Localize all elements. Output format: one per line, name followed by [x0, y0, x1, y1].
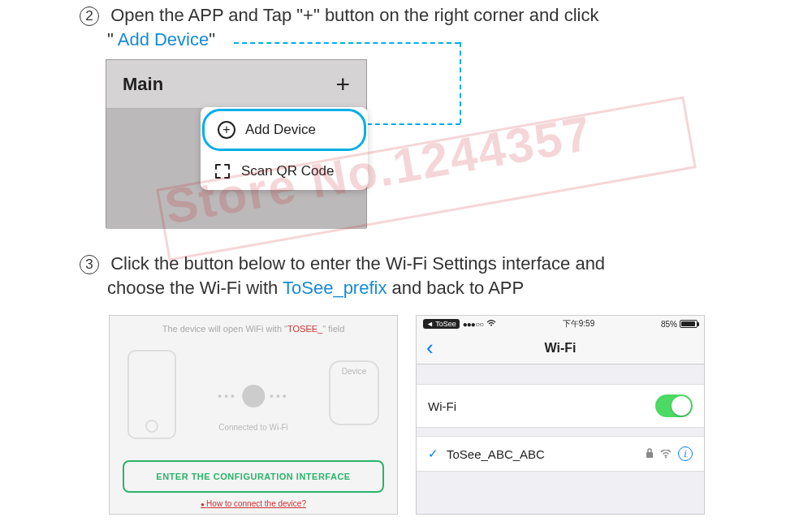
step3-line1: 3 Click the button below to enter the Wi… — [80, 253, 605, 274]
plus-circle-icon: + — [218, 121, 235, 139]
step2-line2: " Add Device" — [107, 29, 215, 50]
step2-highlight: Add Device — [118, 29, 209, 50]
step2-text-a: Open the APP and Tap " — [110, 5, 303, 25]
step2-line2-b: " — [209, 29, 215, 50]
device-label: Device — [342, 367, 367, 376]
screenshot-app-main: Main + + Add Device Scan QR Code — [106, 59, 367, 228]
nav-title: Wi-Fi — [545, 341, 577, 356]
add-menu-dropdown: + Add Device Scan QR Code — [201, 107, 368, 190]
step3-line2-b: and back to APP — [387, 278, 524, 298]
connector-h2 — [367, 123, 460, 125]
ios-nav-bar: ‹ Wi-Fi — [417, 332, 704, 364]
step3-line2-a: choose the Wi-Fi with — [107, 278, 283, 298]
step3-text-a: Click the button below to enter the Wi-F… — [110, 253, 605, 274]
step2-marker: 2 — [80, 6, 99, 26]
app-title: Main — [123, 74, 163, 95]
connected-label: Connected to Wi-Fi — [218, 423, 288, 432]
step3-marker: 3 — [80, 255, 99, 274]
wifi-toggle-row: Wi-Fi — [417, 384, 704, 428]
wifi-row-label: Wi-Fi — [428, 399, 655, 413]
enter-configuration-button[interactable]: ENTER THE CONFIGURATION INTERFACE — [123, 460, 384, 493]
wifi-network-label: ToSee_ABC_ABC — [447, 447, 646, 461]
dots-left-icon: ••• — [218, 390, 237, 403]
status-back-label: ToSee — [435, 320, 456, 328]
ios-status-bar: ◄ ToSee ●●●○○ 下午9:59 85% — [417, 316, 704, 332]
add-device-label: Add Device — [245, 122, 316, 138]
dots-right-icon: ••• — [270, 390, 289, 403]
scan-qr-item[interactable]: Scan QR Code — [201, 153, 368, 190]
network-icons: i — [646, 446, 693, 461]
wifi-toggle[interactable] — [655, 394, 693, 417]
step2-line1: 2 Open the APP and Tap "+" button on the… — [80, 5, 598, 26]
qr-icon — [214, 162, 231, 180]
status-time: 下午9:59 — [496, 318, 661, 330]
connector-h1 — [234, 42, 460, 44]
signal-icon: ●●●○○ — [463, 320, 483, 329]
connection-graphic: ••• ••• — [218, 385, 288, 407]
config-caption: The device will open WiFi with "TOSEE_" … — [121, 324, 386, 334]
add-device-item[interactable]: + Add Device — [202, 109, 366, 151]
step2-plus: + — [303, 5, 313, 25]
help-link[interactable]: How to connect the device? — [110, 499, 397, 508]
status-back-app[interactable]: ◄ ToSee — [423, 319, 460, 329]
check-icon: ✓ — [428, 446, 438, 461]
device-icon: Device — [329, 360, 379, 425]
connector-v1 — [460, 42, 461, 123]
back-icon[interactable]: ‹ — [417, 335, 443, 360]
step2-text-b: " button on the right corner and click — [313, 5, 598, 25]
battery-icon — [680, 320, 698, 328]
info-icon[interactable]: i — [678, 446, 693, 461]
wifi-network-row[interactable]: ✓ ToSee_ABC_ABC i — [417, 436, 704, 472]
app-body: + Add Device Scan QR Code — [106, 109, 366, 229]
svg-rect-0 — [646, 452, 653, 458]
center-node-icon — [242, 385, 265, 407]
wifi-status-icon — [486, 320, 496, 329]
lock-icon — [646, 447, 654, 461]
scan-qr-label: Scan QR Code — [241, 163, 334, 179]
step3-highlight: ToSee_prefix — [283, 278, 387, 298]
phone-icon — [127, 350, 176, 439]
config-caption-b: " field — [322, 324, 344, 334]
step2-line2-a: " — [107, 29, 118, 50]
app-header: Main + — [106, 60, 366, 109]
config-top: The device will open WiFi with "TOSEE_" … — [110, 316, 397, 454]
svg-point-1 — [665, 456, 667, 458]
battery-percent: 85% — [661, 320, 677, 329]
plus-icon[interactable]: + — [335, 71, 350, 98]
config-caption-red: TOSEE_ — [287, 324, 322, 334]
wifi-strength-icon — [660, 447, 672, 461]
screenshot-wifi-settings: ◄ ToSee ●●●○○ 下午9:59 85% ‹ Wi-Fi Wi-Fi ✓… — [416, 315, 705, 515]
config-caption-a: The device will open WiFi with " — [162, 324, 287, 334]
screenshot-config: The device will open WiFi with "TOSEE_" … — [109, 315, 398, 515]
step3-line2: choose the Wi-Fi with ToSee_prefix and b… — [107, 278, 524, 299]
